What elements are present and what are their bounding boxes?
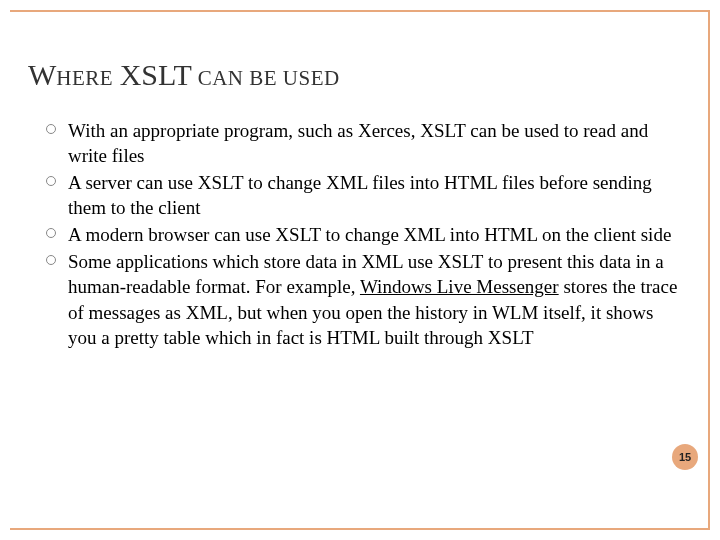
page-number: 15: [679, 451, 691, 463]
page-title: WHERE XSLT CAN BE USED: [28, 58, 684, 92]
bullet-text: A modern browser can use XSLT to change …: [68, 224, 671, 245]
frame-border-top: [10, 10, 710, 12]
frame-border-bottom: [10, 528, 710, 530]
circle-bullet-icon: [46, 176, 56, 186]
list-item: Some applications which store data in XM…: [46, 249, 684, 349]
list-item: A modern browser can use XSLT to change …: [46, 222, 684, 247]
title-tail: CAN BE USED: [192, 66, 340, 90]
page-number-badge: 15: [672, 444, 698, 470]
list-item: A server can use XSLT to change XML file…: [46, 170, 684, 220]
bullet-text: A server can use XSLT to change XML file…: [68, 172, 652, 218]
title-xslt: XSLT: [120, 58, 192, 91]
title-cap-w: W: [28, 58, 56, 91]
bullet-text: With an appropriate program, such as Xer…: [68, 120, 648, 166]
circle-bullet-icon: [46, 124, 56, 134]
slide-content: WHERE XSLT CAN BE USED With an appropria…: [28, 58, 684, 352]
list-item: With an appropriate program, such as Xer…: [46, 118, 684, 168]
circle-bullet-icon: [46, 255, 56, 265]
circle-bullet-icon: [46, 228, 56, 238]
bullet-list: With an appropriate program, such as Xer…: [28, 118, 684, 350]
frame-border-right: [708, 10, 710, 530]
bullet-link: Windows Live Messenger: [360, 276, 559, 297]
title-rest-w: HERE: [56, 66, 113, 90]
